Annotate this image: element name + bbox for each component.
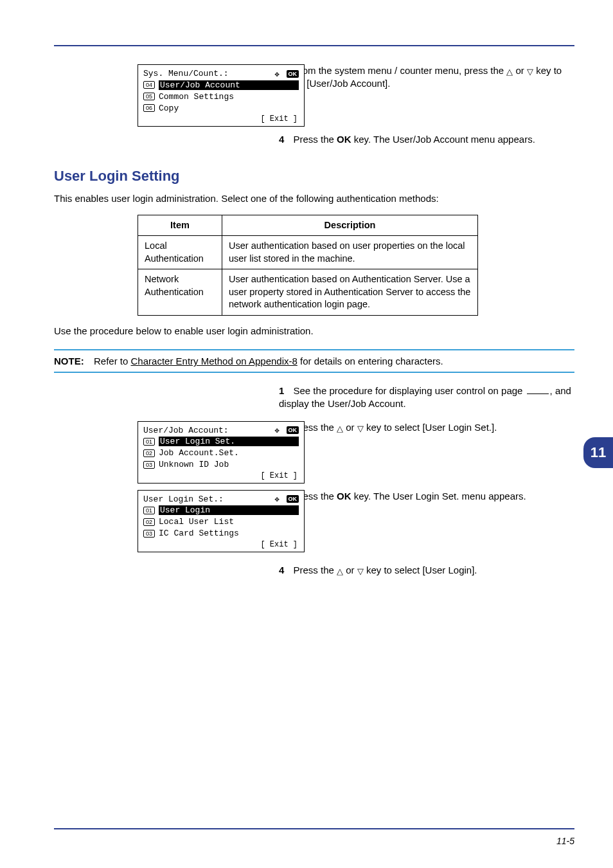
bottom-divider — [54, 828, 574, 829]
page-number: 11-5 — [556, 836, 574, 846]
lcd-user-job: User/Job Account: OK 01User Login Set. 0… — [138, 421, 305, 484]
item-num: 05 — [143, 93, 155, 100]
step2-1-text: 1 See the procedure for displaying user … — [279, 384, 574, 411]
note-block: NOTE: Refer to Character Entry Method on… — [54, 349, 574, 373]
ok-badge: OK — [287, 495, 299, 503]
nav-arrows-icon — [275, 426, 284, 435]
item-num: 01 — [143, 438, 155, 446]
lcd-indicators: OK — [275, 69, 299, 78]
item-num: 03 — [143, 530, 155, 538]
use-procedure-para: Use the procedure below to enable user l… — [54, 325, 574, 338]
item-num: 02 — [143, 518, 155, 526]
item-num: 03 — [143, 461, 155, 469]
nav-arrows-icon — [275, 494, 284, 503]
triangle-down-icon: ▽ — [357, 567, 364, 575]
table-cell-item: Local Authentication — [138, 236, 222, 269]
table-header-row: Item Description — [138, 215, 478, 236]
table-cell-desc: User authentication based on Authenticat… — [222, 269, 477, 316]
table-header: Description — [222, 215, 477, 236]
lcd-exit: [ Exit ] — [260, 540, 298, 549]
note-text: Refer to Character Entry Method on Appen… — [94, 356, 574, 366]
note-label: NOTE: — [54, 356, 94, 366]
table-cell-item: Network Authentication — [138, 269, 222, 316]
chapter-tab: 11 — [583, 437, 613, 468]
lcd-title: User/Job Account: — [143, 426, 229, 435]
lcd-item: Copy — [159, 104, 299, 113]
lcd-item-hl: User Login — [159, 505, 299, 515]
table-header: Item — [138, 215, 222, 236]
lcd-item: Unknown ID Job — [159, 460, 299, 469]
ok-badge: OK — [287, 426, 299, 434]
triangle-down-icon: ▽ — [357, 424, 364, 433]
note-link[interactable]: Character Entry Method on Appendix-8 — [131, 356, 298, 366]
header-region — [54, 19, 574, 45]
lcd-item-hl: User Login Set. — [159, 437, 299, 446]
triangle-down-icon: ▽ — [527, 68, 533, 76]
lcd-title: Sys. Menu/Count.: — [143, 69, 229, 78]
table-row: Network Authentication User authenticati… — [138, 269, 478, 316]
ok-key: OK — [337, 134, 351, 145]
step2-3-text: 3 Press the OK key. The User Login Set. … — [279, 490, 574, 503]
step2-2-text: 2 Press the △ or ▽ key to select [User L… — [279, 421, 574, 434]
page-ref-blank[interactable] — [527, 393, 549, 394]
lcd-exit: [ Exit ] — [260, 471, 298, 480]
lcd-item: IC Card Settings — [159, 529, 299, 538]
step2-3-row: User Login Set.: OK 01User Login 02Local… — [54, 490, 574, 552]
intro-para: This enables user login administration. … — [54, 192, 574, 205]
lcd-item: Local User List — [159, 517, 299, 527]
step-4-row: 4 Press the OK key. The User/Job Account… — [54, 133, 574, 150]
note-rule-bottom — [54, 372, 574, 373]
table-row: Local Authentication User authentication… — [138, 236, 478, 269]
lcd-user-login-set: User Login Set.: OK 01User Login 02Local… — [138, 490, 305, 552]
nav-arrows-icon — [275, 69, 284, 78]
item-num: 02 — [143, 449, 155, 457]
triangle-up-icon: △ — [506, 68, 513, 76]
item-num: 04 — [143, 81, 155, 89]
step-3-row: Sys. Menu/Count.: OK 04User/Job Account … — [54, 64, 574, 127]
step2-4-text: 4 Press the △ or ▽ key to select [User L… — [279, 564, 574, 577]
step2-2-row: User/Job Account: OK 01User Login Set. 0… — [54, 421, 574, 484]
step2-4-row: 4 Press the △ or ▽ key to select [User L… — [54, 564, 574, 581]
step2-1-row: 1 See the procedure for displaying user … — [54, 384, 574, 415]
section-heading: User Login Setting — [54, 168, 574, 185]
table-cell-desc: User authentication based on user proper… — [222, 236, 477, 269]
step-number: 4 — [279, 134, 284, 145]
item-num: 01 — [143, 507, 155, 514]
ok-key: OK — [337, 491, 351, 502]
triangle-up-icon: △ — [337, 424, 343, 433]
step-number: 1 — [279, 385, 284, 396]
item-num: 06 — [143, 104, 155, 112]
top-divider — [54, 45, 574, 46]
lcd-indicators: OK — [275, 494, 299, 503]
lcd-item: Job Account.Set. — [159, 448, 299, 458]
auth-table: Item Description Local Authentication Us… — [138, 215, 478, 316]
step-4-text: 4 Press the OK key. The User/Job Account… — [279, 133, 574, 146]
lcd-item: Common Settings — [159, 92, 299, 102]
ok-badge: OK — [287, 70, 299, 78]
step-number: 4 — [279, 565, 284, 575]
lcd-sys-menu: Sys. Menu/Count.: OK 04User/Job Account … — [138, 64, 305, 127]
triangle-up-icon: △ — [337, 567, 343, 575]
lcd-exit: [ Exit ] — [260, 114, 298, 123]
lcd-indicators: OK — [275, 426, 299, 435]
lcd-title: User Login Set.: — [143, 494, 224, 504]
lcd-item-hl: User/Job Account — [159, 80, 299, 90]
step-3-text: 3 From the system menu / counter menu, p… — [279, 64, 574, 91]
